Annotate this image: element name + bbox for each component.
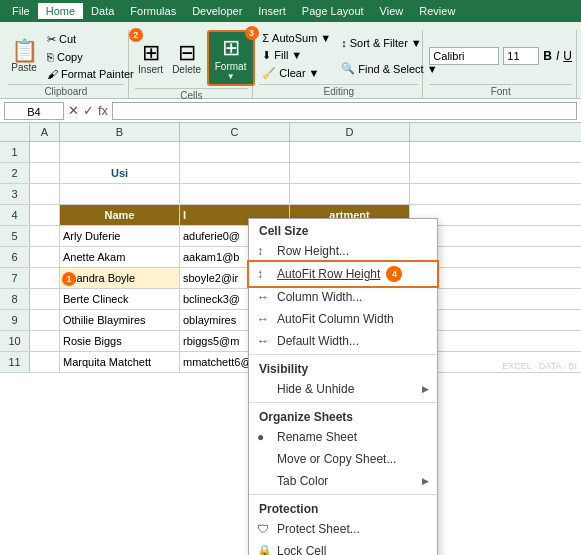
cell-11b[interactable]: Marquita Matchett [60,352,180,372]
col-header-d[interactable]: D [290,123,410,141]
default-width-option[interactable]: ↔ Default Width... [249,330,437,352]
sort-icon: ↕ [341,37,347,49]
spreadsheet: A B C D 1 2 Usi 3 4 Name I artment 5 [0,123,581,373]
move-copy-option[interactable]: Move or Copy Sheet... [249,448,437,470]
badge-4: 4 [386,266,402,282]
cell-7b[interactable]: Shandra Boyle 1 [60,268,180,288]
cell-3c[interactable] [180,184,290,204]
cell-4b[interactable]: Name [60,205,180,225]
rename-sheet-option[interactable]: ● Rename Sheet [249,426,437,448]
format-button[interactable]: 3 ⊞ Format ▼ [207,30,255,86]
cell-7a[interactable] [30,268,60,288]
copy-button[interactable]: ⎘ Copy [44,50,137,64]
menu-data[interactable]: Data [83,3,122,19]
cell-5a[interactable] [30,226,60,246]
row-height-option[interactable]: ↕ Row Height... [249,240,437,262]
menu-developer[interactable]: Developer [184,3,250,19]
delete-button[interactable]: ⊟ Delete [171,40,203,77]
menu-formulas[interactable]: Formulas [122,3,184,19]
cell-6a[interactable] [30,247,60,267]
cut-button[interactable]: ✂ Cut [44,32,137,47]
row-num: 3 [0,184,30,204]
fill-button[interactable]: ⬇ Fill ▼ [259,48,334,63]
row-num: 7 [0,268,30,288]
cell-1a[interactable] [30,142,60,162]
menu-pagelayout[interactable]: Page Layout [294,3,372,19]
cell-9a[interactable] [30,310,60,330]
paste-button[interactable]: 📋 Paste [8,38,40,75]
menu-view[interactable]: View [372,3,412,19]
menu-home[interactable]: Home [38,3,83,19]
cell-4a[interactable] [30,205,60,225]
protect-icon: 🛡 [257,522,269,536]
cell-8a[interactable] [30,289,60,309]
clipboard-group: 📋 Paste 2 ✂ Cut ⎘ Copy [4,30,129,98]
format-painter-icon: 🖌 [47,68,58,80]
watermark: EXCEL · DATA · BI [502,361,577,371]
menu-file[interactable]: File [4,3,38,19]
italic-button[interactable]: I [556,49,559,63]
bold-button[interactable]: B [543,49,552,63]
autofit-row-height-option[interactable]: ↕ AutoFit Row Height 4 [249,262,437,286]
col-header-b[interactable]: B [60,123,180,141]
name-box[interactable]: B4 [4,102,64,120]
clipboard-sub-buttons: 2 ✂ Cut ⎘ Copy 🖌 Format Painter [44,30,137,82]
clear-button[interactable]: 🧹 Clear ▼ [259,66,334,81]
cell-8b[interactable]: Berte Clineck [60,289,180,309]
formula-input[interactable] [112,102,577,120]
row-num: 6 [0,247,30,267]
menu-insert[interactable]: Insert [250,3,294,19]
cancel-formula-icon[interactable]: ✕ [68,103,79,118]
insert-button[interactable]: ⊞ Insert [135,40,167,77]
font-group: B I U Font [425,30,577,98]
format-painter-button[interactable]: 🖌 Format Painter [44,67,137,81]
lock-cell-option[interactable]: 🔒 Lock Cell [249,540,437,555]
cell-1d[interactable] [290,142,410,162]
cell-10b[interactable]: Rosie Biggs [60,331,180,351]
col-headers: A B C D [0,123,581,142]
organize-section-label: Organize Sheets [249,405,437,426]
menu-bar: File Home Data Formulas Developer Insert… [0,0,581,22]
format-icon: ⊞ [222,35,240,61]
cell-6b[interactable]: Anette Akam [60,247,180,267]
fill-icon: ⬇ [262,49,271,62]
cell-9b[interactable]: Othilie Blaymires [60,310,180,330]
col-header-a[interactable]: A [30,123,60,141]
cell-3a[interactable] [30,184,60,204]
cell-2b[interactable]: Usi [60,163,180,183]
font-family-input[interactable] [429,47,499,65]
menu-review[interactable]: Review [411,3,463,19]
cells-content: ⊞ Insert ⊟ Delete 3 ⊞ Format ▼ [135,30,249,86]
editing-label: Editing [259,84,418,98]
cell-2c[interactable] [180,163,290,183]
cell-5b[interactable]: Arly Duferie [60,226,180,246]
row-num: 8 [0,289,30,309]
autofit-col-option[interactable]: ↔ AutoFit Column Width [249,308,437,330]
ribbon-top: 📋 Paste 2 ✂ Cut ⎘ Copy [0,26,581,98]
hide-unhide-option[interactable]: Hide & Unhide [249,378,437,400]
cell-2d[interactable] [290,163,410,183]
col-header-c[interactable]: C [180,123,290,141]
cell-11a[interactable] [30,352,60,372]
autosum-button[interactable]: Σ AutoSum ▼ [259,31,334,45]
column-width-option[interactable]: ↔ Column Width... [249,286,437,308]
tab-color-option[interactable]: Tab Color [249,470,437,492]
insert-icon: ⊞ [142,42,160,64]
insert-function-icon[interactable]: fx [98,103,108,118]
cell-1b[interactable] [60,142,180,162]
font-size-input[interactable] [503,47,539,65]
paste-icon: 📋 [11,40,38,62]
cell-3b[interactable] [60,184,180,204]
cell-1c[interactable] [180,142,290,162]
copy-icon: ⎘ [47,51,54,63]
cell-size-section-label: Cell Size [249,219,437,240]
font-content: B I U [429,30,572,82]
confirm-formula-icon[interactable]: ✓ [83,103,94,118]
cell-3d[interactable] [290,184,410,204]
protect-sheet-option[interactable]: 🛡 Protect Sheet... [249,518,437,540]
paste-label: Paste [11,62,37,73]
row-num: 5 [0,226,30,246]
underline-button[interactable]: U [563,49,572,63]
cell-10a[interactable] [30,331,60,351]
cell-2a[interactable] [30,163,60,183]
